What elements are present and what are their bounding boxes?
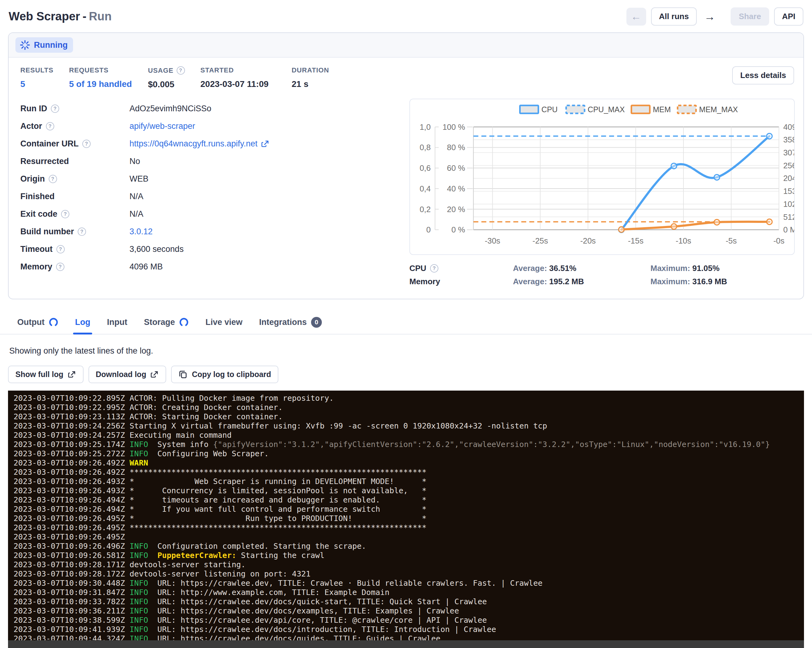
- download-log-button[interactable]: Download log: [89, 366, 166, 383]
- stat-requests-value[interactable]: 5 of 19 handled: [69, 79, 148, 89]
- stat-started: STARTED 2023-03-07 11:09: [200, 66, 292, 89]
- memory-max-label: Maximum:: [650, 277, 690, 286]
- svg-text:512 MB: 512 MB: [783, 213, 794, 221]
- stat-results-value[interactable]: 5: [20, 79, 69, 89]
- memory-avg-value: 195.2 MB: [549, 277, 584, 286]
- log-notice: Showing only the latest lines of the log…: [9, 346, 812, 356]
- log-line: 2023-03-07T10:09:23.113Z ACTOR: Starting…: [14, 412, 804, 421]
- log-line: 2023-03-07T10:09:26.493Z * Concurrency i…: [14, 486, 804, 496]
- log-line: 2023-03-07T10:09:28.172Z devtools-server…: [14, 569, 804, 579]
- stat-results-label: RESULTS: [20, 66, 69, 74]
- less-details-button[interactable]: Less details: [732, 66, 794, 84]
- tab-label: Output: [17, 317, 44, 327]
- tab-input[interactable]: Input: [107, 310, 127, 334]
- detail-label: Finished: [20, 192, 130, 201]
- svg-text:80 %: 80 %: [447, 143, 465, 152]
- log-actions: Show full log Download log Copy log to c…: [8, 366, 812, 383]
- api-button[interactable]: API: [774, 8, 803, 26]
- log-line: 2023-03-07T10:09:26.495Z * Run type to P…: [14, 514, 804, 523]
- tab-output[interactable]: Output: [17, 310, 58, 334]
- tab-label: Log: [75, 317, 90, 327]
- help-icon[interactable]: ?: [49, 175, 57, 183]
- help-icon[interactable]: ?: [430, 264, 438, 273]
- copy-log-button[interactable]: Copy log to clipboard: [171, 366, 278, 383]
- svg-text:0,8: 0,8: [420, 143, 430, 152]
- show-full-log-button[interactable]: Show full log: [8, 366, 84, 383]
- detail-row-resurrected: ResurrectedNo: [20, 152, 409, 170]
- page: Web Scraper-Run ← All runs → Share API: [0, 0, 812, 648]
- status-badge: Running: [15, 37, 73, 53]
- svg-text:3584 MB: 3584 MB: [783, 135, 794, 144]
- chart-column: 1,0100 %0,880 %0,660 %0,440 %0,220 %00 %…: [409, 99, 795, 287]
- stat-duration-value: 21 s: [292, 79, 329, 89]
- log-line: 2023-03-07T10:09:26.493Z * Web Scraper i…: [14, 477, 804, 486]
- tab-label: Integrations: [259, 317, 307, 327]
- svg-text:CPU: CPU: [541, 105, 558, 114]
- tab-label: Input: [107, 317, 127, 327]
- log-scrollbar[interactable]: [8, 640, 804, 648]
- log-terminal: 2023-03-07T10:09:22.895Z ACTOR: Pulling …: [8, 390, 804, 648]
- page-title-separator: -: [82, 10, 87, 23]
- tab-live-view[interactable]: Live view: [205, 310, 242, 334]
- detail-label: Build number?: [20, 227, 130, 236]
- log-line: 2023-03-07T10:09:26.492Z WARN: [14, 458, 804, 468]
- detail-label: Actor?: [20, 122, 130, 131]
- help-icon[interactable]: ?: [177, 66, 185, 75]
- tab-log[interactable]: Log: [75, 310, 90, 334]
- build-number-link[interactable]: 3.0.12: [130, 227, 153, 236]
- detail-value: N/A: [130, 192, 143, 201]
- tab-storage[interactable]: Storage: [144, 310, 189, 334]
- log-line: 2023-03-07T10:09:26.495Z ***************…: [14, 523, 804, 532]
- help-icon[interactable]: ?: [46, 122, 54, 130]
- log-lines: 2023-03-07T10:09:22.895Z ACTOR: Pulling …: [8, 390, 804, 643]
- help-icon[interactable]: ?: [51, 105, 59, 113]
- stat-started-label: STARTED: [200, 66, 292, 74]
- svg-text:1,0: 1,0: [420, 123, 430, 131]
- svg-text:-20s: -20s: [580, 236, 595, 245]
- help-icon[interactable]: ?: [56, 245, 65, 253]
- svg-text:0 %: 0 %: [451, 226, 465, 234]
- svg-text:CPU_MAX: CPU_MAX: [588, 105, 625, 114]
- help-icon[interactable]: ?: [61, 210, 69, 218]
- help-icon[interactable]: ?: [78, 227, 86, 236]
- tab-integrations[interactable]: Integrations0: [259, 310, 322, 334]
- detail-label: Memory?: [20, 262, 130, 271]
- log-line: 2023-03-07T10:09:24.256Z Starting X virt…: [14, 421, 804, 431]
- all-runs-button[interactable]: All runs: [651, 8, 697, 26]
- svg-text:40 %: 40 %: [447, 184, 465, 193]
- detail-value: apify/web-scraper: [130, 122, 195, 131]
- metrics-chart-svg: 1,0100 %0,880 %0,660 %0,440 %0,220 %00 %…: [410, 99, 794, 254]
- run-details: Run ID?AdOz5evimh9NCiSSoActor?apify/web-…: [9, 91, 803, 299]
- arrow-right-icon: →: [704, 10, 715, 23]
- log-line: 2023-03-07T10:09:26.495Z: [14, 532, 804, 542]
- help-icon[interactable]: ?: [56, 263, 64, 271]
- stat-usage: USAGE ? $0.005: [148, 66, 200, 89]
- next-run-button[interactable]: →: [702, 8, 718, 26]
- cpu-max-value: 91.05%: [692, 264, 719, 273]
- detail-row-timeout: Timeout?3,600 seconds: [20, 241, 409, 258]
- external-link-icon: [150, 370, 159, 378]
- actor-link[interactable]: apify/web-scraper: [130, 122, 195, 131]
- tabs: OutputLogInputStorageLive viewIntegratio…: [0, 310, 812, 334]
- metrics-chart: 1,0100 %0,880 %0,660 %0,440 %0,220 %00 %…: [409, 99, 795, 255]
- share-button[interactable]: Share: [731, 8, 769, 26]
- external-link-icon: [68, 370, 76, 378]
- stat-requests: REQUESTS 5 of 19 handled: [69, 66, 148, 89]
- cpu-summary-row: CPU ? Average: 36.51% Maximum: 91.05%: [409, 264, 795, 273]
- spinner-arc-icon: [179, 317, 189, 327]
- help-icon[interactable]: ?: [82, 140, 91, 148]
- status-label: Running: [34, 40, 67, 50]
- previous-run-button[interactable]: ←: [626, 8, 646, 26]
- stat-usage-value: $0.005: [148, 79, 200, 89]
- page-title: Web Scraper-Run: [9, 10, 111, 23]
- svg-text:0,2: 0,2: [420, 205, 430, 213]
- page-title-sub: Run: [89, 10, 111, 23]
- detail-label: Run ID?: [20, 104, 130, 113]
- status-row: Running: [9, 33, 803, 58]
- container-url-link[interactable]: https://0q64wnacgyft.runs.apify.net: [130, 139, 257, 149]
- log-line: 2023-03-07T10:09:26.492Z ***************…: [14, 468, 804, 477]
- spinner-icon: [20, 40, 30, 50]
- cpu-summary-label: CPU ?: [409, 264, 513, 273]
- detail-label: Exit code?: [20, 209, 130, 219]
- stat-duration-label: DURATION: [292, 66, 329, 74]
